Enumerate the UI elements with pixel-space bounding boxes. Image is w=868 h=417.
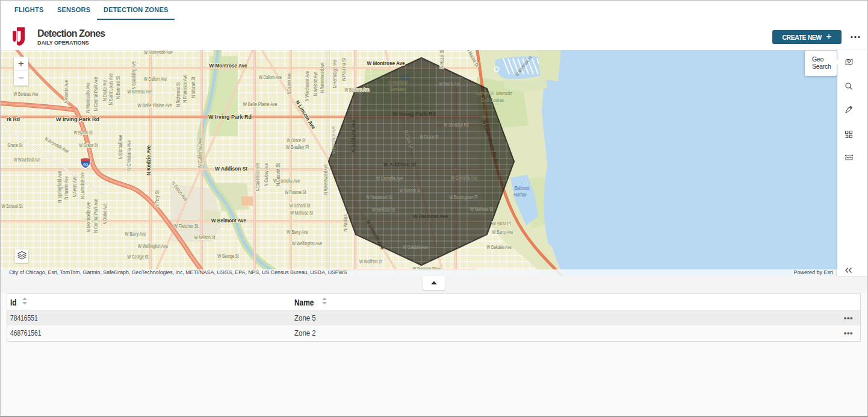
svg-text:W School St: W School St bbox=[2, 204, 23, 209]
svg-text:N Christiana Ave: N Christiana Ave bbox=[126, 140, 132, 171]
svg-text:W Belle Plaine Ave: W Belle Plaine Ave bbox=[138, 103, 172, 108]
svg-text:W Berteau Ave: W Berteau Ave bbox=[14, 92, 39, 97]
svg-text:W Buena Ave: W Buena Ave bbox=[439, 81, 460, 87]
svg-text:N Monticello Ave: N Monticello Ave bbox=[85, 83, 91, 113]
svg-text:W Buckingham Pl: W Buckingham Pl bbox=[450, 195, 478, 200]
svg-text:N Ashland Ave: N Ashland Ave bbox=[350, 120, 356, 152]
svg-text:N Wolcott Ave: N Wolcott Ave bbox=[313, 71, 318, 96]
svg-text:Golf Course: Golf Course bbox=[481, 97, 504, 103]
svg-text:N Francisco Ave: N Francisco Ave bbox=[182, 74, 188, 102]
svg-text:W Belmont Ave: W Belmont Ave bbox=[211, 217, 246, 224]
svg-text:W Addison St: W Addison St bbox=[215, 165, 248, 172]
svg-text:W Byron St: W Byron St bbox=[74, 130, 93, 136]
svg-text:N Hazel St: N Hazel St bbox=[439, 50, 445, 69]
svg-text:Harbor: Harbor bbox=[513, 191, 527, 198]
svg-text:W Irving Park Rd: W Irving Park Rd bbox=[392, 110, 436, 117]
svg-text:N Central Park Ave: N Central Park Ave bbox=[93, 77, 99, 111]
svg-text:N Hamlin Ave: N Hamlin Ave bbox=[64, 80, 69, 103]
svg-text:N Hermitage Ave: N Hermitage Ave bbox=[332, 60, 338, 88]
svg-text:W Roscoe St: W Roscoe St bbox=[285, 190, 307, 195]
svg-text:W Oakdale Ave: W Oakdale Ave bbox=[403, 245, 428, 250]
svg-text:N Hermitage Ave: N Hermitage Ave bbox=[331, 126, 336, 154]
svg-text:N Saint Louis Ave: N Saint Louis Ave bbox=[108, 73, 114, 105]
svg-text:N Central Park Ave: N Central Park Ave bbox=[93, 198, 99, 233]
svg-text:W Belmont Ave: W Belmont Ave bbox=[413, 213, 448, 219]
svg-text:N Monticello Ave: N Monticello Ave bbox=[86, 202, 91, 232]
svg-text:Cemetery: Cemetery bbox=[389, 86, 406, 92]
svg-text:W Cornelia Ave: W Cornelia Ave bbox=[376, 176, 403, 181]
svg-text:N Springfield Ave: N Springfield Ave bbox=[57, 171, 63, 202]
svg-text:N Drake Ave: N Drake Ave bbox=[102, 203, 108, 224]
svg-text:N Spaulding Ave: N Spaulding Ave bbox=[131, 61, 137, 89]
svg-text:W Waveland Ave: W Waveland Ave bbox=[14, 157, 40, 163]
svg-text:W Grace St: W Grace St bbox=[420, 134, 439, 140]
svg-text:N Paulina St: N Paulina St bbox=[341, 57, 347, 81]
svg-text:W Briar Pl: W Briar Pl bbox=[492, 221, 511, 227]
svg-text:N Mozart St: N Mozart St bbox=[191, 77, 196, 98]
svg-text:W School St: W School St bbox=[290, 203, 311, 208]
svg-text:W Wolfram St: W Wolfram St bbox=[359, 259, 383, 265]
svg-text:W Barry Ave: W Barry Ave bbox=[492, 230, 513, 235]
svg-text:W Fletcher St: W Fletcher St bbox=[174, 224, 199, 229]
svg-text:N Claremont Ave: N Claremont Ave bbox=[255, 163, 261, 191]
svg-text:W Henderson St: W Henderson St bbox=[366, 195, 393, 200]
svg-text:N Drake Ave: N Drake Ave bbox=[102, 80, 108, 101]
svg-text:W Barry Ave: W Barry Ave bbox=[125, 231, 146, 237]
svg-text:W Nelson St: W Nelson St bbox=[194, 235, 216, 240]
svg-text:90: 90 bbox=[83, 162, 88, 168]
svg-text:W Addison St: W Addison St bbox=[383, 161, 417, 168]
svg-text:N Hamlin Ave: N Hamlin Ave bbox=[64, 177, 69, 199]
svg-text:N California Ave: N California Ave bbox=[197, 137, 203, 168]
svg-text:W Sheridan Rd: W Sheridan Rd bbox=[444, 122, 469, 128]
svg-text:W Cornelia Ave: W Cornelia Ave bbox=[451, 175, 477, 181]
svg-text:W George St: W George St bbox=[218, 254, 240, 259]
svg-text:W Irving Park Rd: W Irving Park Rd bbox=[208, 113, 252, 120]
svg-text:W Barry Ave: W Barry Ave bbox=[287, 230, 308, 235]
svg-text:N Kimball Ave: N Kimball Ave bbox=[118, 134, 123, 159]
svg-text:Graceland: Graceland bbox=[389, 80, 408, 86]
svg-text:N Kedzie Ave: N Kedzie Ave bbox=[146, 145, 152, 175]
svg-text:N Troy St: N Troy St bbox=[155, 190, 160, 207]
svg-text:W Grace St: W Grace St bbox=[79, 143, 99, 148]
svg-text:N Damen Ave: N Damen Ave bbox=[287, 73, 292, 94]
svg-text:W Oakdale Ave: W Oakdale Ave bbox=[487, 245, 512, 250]
svg-text:W Melrose St: W Melrose St bbox=[372, 207, 395, 213]
svg-text:W Montrose Ave: W Montrose Ave bbox=[209, 62, 247, 69]
svg-text:N Ravenswood Ave: N Ravenswood Ave bbox=[320, 63, 325, 93]
svg-text:N Winchester Ave: N Winchester Ave bbox=[305, 71, 310, 101]
svg-text:W Roscoe St: W Roscoe St bbox=[400, 188, 421, 193]
svg-text:W Belle Plaine Ave: W Belle Plaine Ave bbox=[243, 102, 277, 107]
svg-text:N Avers Ave: N Avers Ave bbox=[72, 176, 78, 197]
svg-text:W Berteau Ave: W Berteau Ave bbox=[345, 87, 370, 93]
svg-text:Belmont: Belmont bbox=[515, 184, 530, 191]
svg-text:N Oakley Ave: N Oakley Ave bbox=[264, 163, 269, 186]
svg-text:W Sunnyside Ave: W Sunnyside Ave bbox=[144, 50, 173, 55]
svg-text:W Cullom Ave: W Cullom Ave bbox=[144, 77, 167, 82]
svg-text:Grace St: Grace St bbox=[8, 143, 23, 148]
svg-text:N Lawndale Ave: N Lawndale Ave bbox=[80, 172, 85, 199]
svg-text:N Paulina: N Paulina bbox=[343, 215, 349, 231]
svg-text:W Grace St: W Grace St bbox=[287, 138, 306, 143]
svg-text:W Irving Park Rd: W Irving Park Rd bbox=[56, 116, 99, 122]
svg-text:W Melrose St: W Melrose St bbox=[470, 207, 494, 212]
svg-text:N Ravenswood Ave: N Ravenswood Ave bbox=[323, 165, 329, 195]
svg-text:Sydney R. Marovitz: Sydney R. Marovitz bbox=[475, 90, 512, 96]
svg-text:N Richmond St: N Richmond St bbox=[176, 82, 181, 107]
svg-text:W George St: W George St bbox=[128, 254, 149, 260]
svg-text:N Leavitt St: N Leavitt St bbox=[276, 163, 281, 186]
svg-text:W Montrose Ave: W Montrose Ave bbox=[367, 60, 405, 66]
svg-text:W Melrose St: W Melrose St bbox=[290, 210, 314, 216]
svg-text:W Wellington Ave: W Wellington Ave bbox=[138, 243, 168, 249]
svg-text:W Cullom Ave: W Cullom Ave bbox=[259, 75, 282, 80]
svg-text:N Bernard St: N Bernard St bbox=[116, 75, 121, 99]
svg-text:W Bradley Pl: W Bradley Pl bbox=[286, 145, 309, 150]
svg-text:W Wellington Ave: W Wellington Ave bbox=[292, 241, 322, 246]
svg-text:rk Rd: rk Rd bbox=[7, 116, 20, 122]
